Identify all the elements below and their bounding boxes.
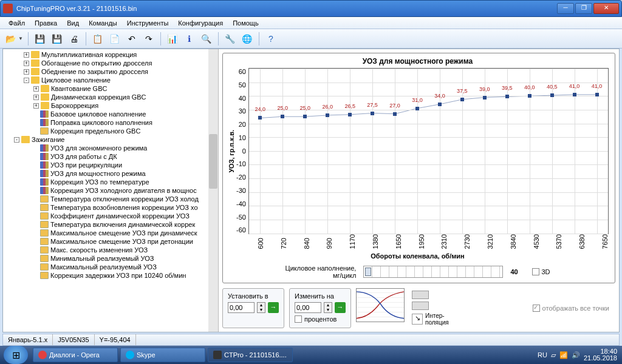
tree-item[interactable]: +Обогащение по открытию дросселя: [4, 59, 217, 67]
info-icon[interactable]: ℹ: [183, 32, 196, 46]
tree-item[interactable]: Температура включения динамической корре…: [4, 220, 217, 229]
percent-checkbox[interactable]: [295, 315, 302, 323]
tree-item[interactable]: Коррекция УОЗ по температуре: [4, 178, 217, 186]
globe-icon[interactable]: 🌐: [241, 32, 254, 46]
chart-icon[interactable]: 📊: [166, 32, 179, 46]
dropdown-icon[interactable]: ▼: [18, 36, 23, 41]
expand-icon[interactable]: -: [24, 78, 29, 83]
scrollbar[interactable]: [208, 49, 218, 332]
tree-item[interactable]: +Динамическая коррекция GBC: [4, 93, 217, 101]
save-icon[interactable]: 💾: [33, 32, 47, 46]
minimize-button[interactable]: ─: [557, 3, 574, 14]
open-icon[interactable]: 📂: [4, 32, 17, 46]
maximize-button[interactable]: ❐: [575, 3, 592, 14]
tree-item[interactable]: Максимальное смещение УОЗ при детонации: [4, 237, 217, 246]
slider-thumb[interactable]: [365, 268, 371, 276]
menu-view[interactable]: Вид: [62, 18, 84, 28]
tree-item[interactable]: Поправка циклового наполнения: [4, 118, 217, 127]
expand-icon[interactable]: +: [33, 95, 39, 100]
data-point[interactable]: [573, 93, 576, 96]
data-point[interactable]: [281, 115, 284, 118]
help-icon[interactable]: ?: [264, 32, 278, 46]
menu-edit[interactable]: Правка: [30, 18, 62, 28]
tray-lang[interactable]: RU: [538, 351, 547, 359]
expand-icon[interactable]: +: [24, 52, 29, 58]
expand-icon[interactable]: +: [24, 69, 29, 75]
tree-item[interactable]: УОЗ для экономичного режима: [4, 144, 217, 152]
set-apply-button[interactable]: →: [268, 302, 279, 313]
task-ctpro[interactable]: CTPro - 21101516....: [208, 348, 293, 362]
tray-flag-icon[interactable]: ▱: [551, 351, 556, 359]
data-point[interactable]: [483, 96, 487, 99]
data-point[interactable]: [505, 95, 509, 98]
close-button[interactable]: ✕: [593, 3, 619, 14]
data-point[interactable]: [303, 115, 307, 118]
tree-item[interactable]: Температура возобновления коррекции УОЗ …: [4, 203, 217, 212]
data-point[interactable]: [550, 93, 554, 97]
set-spinner[interactable]: ▴▾: [257, 302, 265, 313]
tree-item[interactable]: Коррекция задержки УОЗ при 10240 об/мин: [4, 271, 217, 280]
tree-item[interactable]: +Мультипликативная коррекция: [4, 50, 217, 59]
data-point[interactable]: [460, 98, 464, 101]
expand-icon[interactable]: +: [33, 86, 39, 92]
tree-item[interactable]: -Цикловое наполнение: [4, 76, 217, 84]
search-icon[interactable]: 🔍: [200, 32, 213, 46]
tree-item[interactable]: +Квантование GBC: [4, 84, 217, 93]
checkbox-3d[interactable]: [532, 268, 539, 275]
tree-item[interactable]: Макс. скорость изменения УОЗ: [4, 246, 217, 254]
tree-item[interactable]: -Зажигание: [4, 135, 217, 144]
menu-tools[interactable]: Инструменты: [122, 18, 174, 28]
paste-icon[interactable]: 📄: [108, 32, 121, 46]
menu-config[interactable]: Конфигурация: [173, 18, 228, 28]
data-point[interactable]: [438, 103, 442, 106]
tray-network-icon[interactable]: 📶: [559, 351, 568, 359]
menu-help[interactable]: Помощь: [228, 18, 264, 28]
data-point[interactable]: [393, 112, 397, 116]
print-icon[interactable]: 🖨: [67, 32, 81, 46]
tree-item[interactable]: Максимальное смещение УОЗ при динамическ: [4, 229, 217, 237]
data-point[interactable]: [258, 116, 262, 120]
data-point[interactable]: [595, 93, 599, 96]
slider-track[interactable]: [363, 266, 503, 278]
data-point[interactable]: [528, 94, 531, 98]
menu-file[interactable]: Файл: [4, 18, 30, 28]
data-point[interactable]: [415, 107, 419, 110]
data-point[interactable]: [326, 113, 329, 117]
interp-btn-2[interactable]: [412, 302, 429, 310]
scrollbar-thumb[interactable]: [209, 134, 217, 189]
undo-icon[interactable]: ↶: [125, 32, 138, 46]
system-tray[interactable]: RU ▱ 📶 🔊 18:4021.05.2018: [533, 348, 622, 362]
tree-item[interactable]: УОЗ при рециркуляции: [4, 161, 217, 169]
tree-item[interactable]: +Обеднение по закрытию дросселя: [4, 67, 217, 76]
menu-commands[interactable]: Команды: [84, 18, 122, 28]
interp-btn-1[interactable]: [412, 291, 429, 299]
interp-icon[interactable]: ↘: [412, 314, 423, 325]
expand-icon[interactable]: +: [33, 103, 39, 109]
tree-item[interactable]: Температура отключения коррекции УОЗ хол…: [4, 195, 217, 203]
expand-icon[interactable]: +: [24, 61, 29, 66]
data-point[interactable]: [371, 112, 374, 115]
settings-icon[interactable]: 🔧: [224, 32, 237, 46]
tree-item[interactable]: УОЗ для работы с ДК: [4, 152, 217, 161]
expand-icon[interactable]: -: [14, 137, 19, 143]
tree-item[interactable]: Коэффициент динамической коррекции УОЗ: [4, 212, 217, 220]
tree-item[interactable]: Базовое цикловое наполнение: [4, 110, 217, 118]
plot-area[interactable]: 24,025,025,026,026,527,527,031,034,037,5…: [248, 68, 609, 234]
data-point[interactable]: [348, 113, 352, 116]
tree-item[interactable]: Коррекция предельного GBC: [4, 127, 217, 135]
tree-item[interactable]: Коррекция УОЗ холодного двигателя в мощн…: [4, 186, 217, 195]
show-all-checkbox[interactable]: [533, 305, 540, 312]
tree-item[interactable]: Минимальный реализуемый УОЗ: [4, 254, 217, 263]
task-skype[interactable]: Skype: [120, 348, 205, 362]
tree-item[interactable]: +Барокоррекция: [4, 101, 217, 110]
tray-volume-icon[interactable]: 🔊: [572, 351, 580, 359]
tree-item[interactable]: УОЗ для мощностного режима: [4, 169, 217, 178]
save-all-icon[interactable]: 💾: [50, 32, 64, 46]
copy-icon[interactable]: 📋: [91, 32, 104, 46]
redo-icon[interactable]: ↷: [142, 32, 156, 46]
set-input[interactable]: [228, 302, 255, 313]
change-spinner[interactable]: ▴▾: [324, 302, 332, 313]
start-button[interactable]: ⊞: [4, 346, 28, 364]
change-input[interactable]: [295, 302, 321, 313]
tree-item[interactable]: Максимальный реализуемый УОЗ: [4, 263, 217, 271]
